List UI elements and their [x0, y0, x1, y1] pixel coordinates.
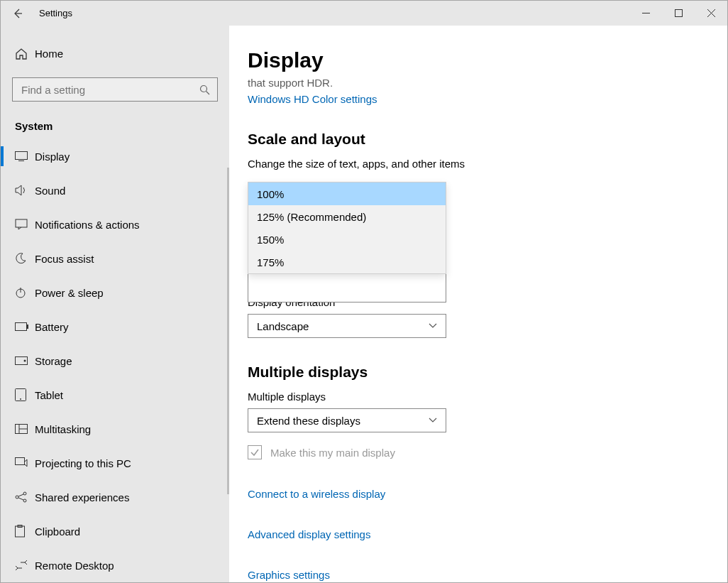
- links-stack: Connect to a wireless display Advanced d…: [248, 475, 727, 581]
- sidebar-item-label: Clipboard: [35, 525, 80, 538]
- sidebar-item-sound[interactable]: Sound: [1, 173, 229, 207]
- scale-dropdown-under: [248, 274, 446, 303]
- sidebar-item-multitasking[interactable]: Multitasking: [1, 412, 229, 446]
- sidebar-item-label: Shared experiences: [35, 491, 129, 503]
- search-icon: [199, 85, 210, 95]
- sidebar-nav: Display Sound Notifications & actions Fo…: [1, 139, 229, 582]
- sidebar: Home System Display Sound: [1, 26, 229, 582]
- sidebar-item-label: Multitasking: [35, 423, 91, 435]
- chevron-down-icon: [429, 323, 437, 329]
- svg-point-22: [16, 496, 18, 498]
- sidebar-item-battery[interactable]: Battery: [1, 310, 229, 344]
- sidebar-item-label: Focus assist: [35, 253, 94, 265]
- multiple-displays-heading: Multiple displays: [248, 364, 727, 381]
- moon-icon: [15, 253, 35, 264]
- main-display-checkbox: Make this my main display: [248, 445, 727, 459]
- sound-icon: [15, 185, 35, 196]
- hdr-subtext: that support HDR.: [248, 77, 727, 89]
- sidebar-item-power-sleep[interactable]: Power & sleep: [1, 276, 229, 310]
- projecting-icon: [15, 457, 35, 469]
- multiple-displays-dropdown[interactable]: Extend these displays: [248, 408, 446, 432]
- clipboard-icon: [15, 525, 35, 538]
- sidebar-item-remote-desktop[interactable]: Remote Desktop: [1, 548, 229, 582]
- svg-point-5: [201, 85, 207, 92]
- svg-line-25: [18, 494, 23, 496]
- sidebar-item-label: Notifications & actions: [35, 219, 140, 231]
- connect-wireless-display-link[interactable]: Connect to a wireless display: [248, 488, 727, 500]
- remote-desktop-icon: [15, 560, 35, 571]
- scale-option-175[interactable]: 175%: [248, 251, 446, 273]
- advanced-display-settings-link[interactable]: Advanced display settings: [248, 528, 727, 540]
- page-title: Display: [248, 48, 727, 72]
- window-controls: [629, 1, 727, 26]
- maximize-icon: [675, 9, 683, 17]
- sidebar-home-label: Home: [35, 48, 63, 60]
- main-display-checkbox-label: Make this my main display: [270, 447, 395, 459]
- sidebar-section-label: System: [15, 120, 229, 132]
- sidebar-item-shared-experiences[interactable]: Shared experiences: [1, 480, 229, 514]
- arrow-left-icon: [12, 8, 23, 19]
- sidebar-item-label: Remote Desktop: [35, 560, 114, 572]
- power-icon: [15, 287, 35, 298]
- sidebar-item-label: Display: [35, 151, 70, 163]
- svg-point-17: [20, 398, 21, 400]
- svg-rect-13: [27, 325, 28, 329]
- minimize-button[interactable]: [629, 1, 662, 26]
- sidebar-item-clipboard[interactable]: Clipboard: [1, 514, 229, 548]
- sidebar-item-label: Tablet: [35, 389, 63, 401]
- svg-rect-21: [16, 458, 25, 465]
- hd-color-settings-link[interactable]: Windows HD Color settings: [248, 93, 377, 105]
- titlebar: Settings: [1, 1, 727, 26]
- main-content: Display that support HDR. Windows HD Col…: [229, 26, 727, 582]
- display-icon: [15, 151, 35, 161]
- svg-rect-2: [675, 10, 682, 17]
- scale-option-150[interactable]: 150%: [248, 228, 446, 251]
- minimize-icon: [642, 9, 650, 17]
- share-icon: [15, 491, 35, 503]
- tablet-icon: [15, 388, 35, 401]
- checkbox-icon: [248, 445, 262, 459]
- sidebar-item-label: Projecting to this PC: [35, 457, 131, 469]
- sidebar-home[interactable]: Home: [1, 40, 229, 67]
- sidebar-item-label: Storage: [35, 355, 72, 367]
- svg-point-23: [23, 492, 26, 495]
- multiple-displays-value: Extend these displays: [257, 415, 360, 427]
- battery-icon: [15, 322, 35, 331]
- sidebar-item-notifications[interactable]: Notifications & actions: [1, 207, 229, 241]
- settings-window: Settings Home: [0, 0, 728, 583]
- sidebar-item-storage[interactable]: Storage: [1, 344, 229, 378]
- sidebar-item-label: Power & sleep: [35, 287, 104, 299]
- scale-option-100[interactable]: 100%: [248, 182, 446, 205]
- svg-rect-12: [16, 323, 27, 331]
- sidebar-item-projecting[interactable]: Projecting to this PC: [1, 446, 229, 480]
- close-button[interactable]: [695, 1, 727, 26]
- graphics-settings-link[interactable]: Graphics settings: [248, 569, 727, 581]
- orientation-dropdown[interactable]: Landscape: [248, 314, 446, 338]
- maximize-button[interactable]: [662, 1, 695, 26]
- sidebar-item-tablet[interactable]: Tablet: [1, 378, 229, 412]
- multitasking-icon: [15, 424, 35, 434]
- svg-line-26: [18, 498, 23, 500]
- scale-option-125[interactable]: 125% (Recommended): [248, 205, 446, 228]
- svg-point-24: [23, 499, 26, 502]
- search-input[interactable]: [20, 83, 199, 97]
- orientation-value: Landscape: [257, 320, 309, 332]
- notification-icon: [15, 219, 35, 230]
- svg-point-15: [24, 360, 26, 362]
- svg-line-6: [206, 91, 210, 94]
- sidebar-item-label: Sound: [35, 185, 65, 197]
- chevron-down-icon: [429, 418, 437, 423]
- sidebar-item-label: Battery: [35, 321, 69, 333]
- scale-dropdown-open[interactable]: 100% 125% (Recommended) 150% 175%: [248, 182, 446, 274]
- storage-icon: [15, 356, 35, 365]
- multiple-displays-label: Multiple displays: [248, 391, 727, 403]
- svg-rect-27: [16, 526, 25, 537]
- sidebar-item-display[interactable]: Display: [1, 139, 229, 173]
- sidebar-item-focus-assist[interactable]: Focus assist: [1, 241, 229, 276]
- back-button[interactable]: [1, 1, 35, 26]
- window-title: Settings: [39, 8, 72, 18]
- svg-rect-7: [16, 152, 28, 160]
- search-box[interactable]: [12, 77, 218, 102]
- close-icon: [707, 9, 715, 17]
- home-icon: [15, 48, 35, 60]
